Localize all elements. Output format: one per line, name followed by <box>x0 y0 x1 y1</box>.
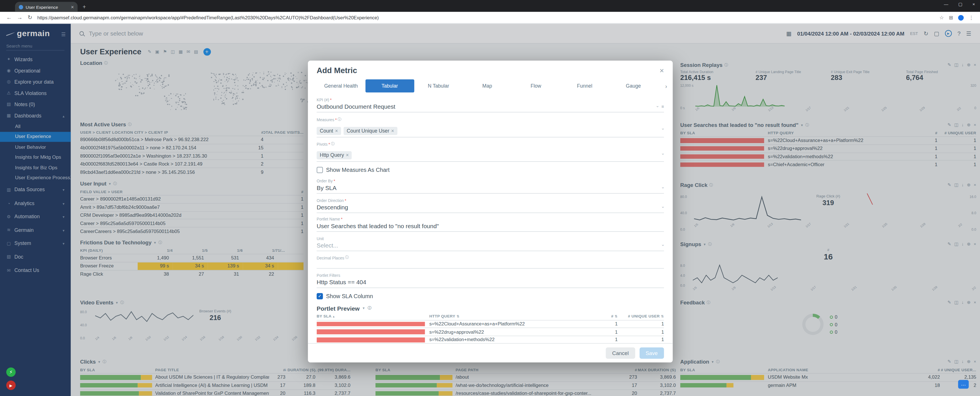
checkbox-label: Show Measures As Chart <box>326 167 390 173</box>
window-minimize-button[interactable]: — <box>944 2 948 7</box>
chevron-down-icon[interactable]: › <box>661 244 665 246</box>
tabs-more-icon[interactable]: › <box>665 83 667 89</box>
column-header[interactable]: HTTP QUERY⇅ <box>429 312 593 320</box>
portlet-name-field[interactable]: Portlet Name* User Searches that leaded … <box>317 217 664 232</box>
chevron-down-icon[interactable]: › <box>661 128 665 130</box>
column-header[interactable]: BY SLA▴ <box>317 312 429 320</box>
measure-chip[interactable]: Count Unique User × <box>344 127 397 135</box>
count-cell: 1 <box>593 328 617 336</box>
modal-close-icon[interactable]: × <box>660 66 664 75</box>
http-query-cell: s=%22validation+methods%22 <box>429 336 593 343</box>
tab-label: N Tabular <box>428 83 449 89</box>
chevron-down-icon[interactable]: › <box>661 153 665 154</box>
tab-label: Flow <box>531 83 541 89</box>
filter-icon[interactable]: ▼ <box>362 306 365 310</box>
chip-remove-icon[interactable]: × <box>335 128 338 133</box>
cancel-button[interactable]: Cancel <box>606 347 635 359</box>
tab-label: Gauge <box>626 83 641 89</box>
chip-remove-icon[interactable]: × <box>391 128 394 133</box>
modal-tab[interactable]: Flow <box>512 79 560 92</box>
window-close-button[interactable]: × <box>972 2 975 7</box>
forward-icon[interactable]: → <box>17 14 22 21</box>
browser-menu-icon[interactable]: ⋮ <box>969 15 974 21</box>
save-button[interactable]: Save <box>639 347 664 359</box>
preview-row[interactable]: s=%22Cloud+Assurance+as+a+Platform%22 1 … <box>317 320 664 328</box>
field-label: Unit <box>317 236 324 240</box>
chip-label: Count <box>320 128 333 133</box>
browser-titlebar: User Experience × + — ▢ × <box>0 0 980 12</box>
field-label: Measures <box>317 117 334 122</box>
bookmark-star-icon[interactable]: ☆ <box>939 15 944 21</box>
reload-icon[interactable]: ↻ <box>28 14 32 21</box>
info-icon: ⓘ <box>331 141 335 147</box>
modal-tab[interactable]: Map <box>463 79 512 92</box>
favicon <box>19 5 23 9</box>
extensions-icon[interactable]: ⊞ <box>949 15 953 21</box>
tab-label: Tabular <box>382 83 398 89</box>
modal-tab[interactable]: General Health <box>317 79 366 92</box>
new-tab-button[interactable]: + <box>83 4 86 10</box>
show-measures-as-chart-checkbox[interactable]: Show Measures As Chart <box>317 167 664 173</box>
measures-field[interactable]: Measures*ⓘ Count × Count Unique User × › <box>317 117 664 137</box>
screenshot-root: User Experience × + — ▢ × ← → ↻ https://… <box>0 0 980 396</box>
sliders-icon[interactable]: ≡ <box>662 105 664 109</box>
show-sla-column-checkbox[interactable]: ✓ Show SLA Column <box>317 293 664 299</box>
germain-eco-button[interactable]: ⚡ <box>6 367 16 377</box>
window-maximize-button[interactable]: ▢ <box>958 2 963 7</box>
portlet-name-value: User Searches that leaded to "no result … <box>317 222 664 229</box>
decimal-places-field[interactable]: Decimal Placesⓘ <box>317 255 664 269</box>
modal-tab[interactable]: Funnel <box>560 79 609 92</box>
modal-title: Add Metric <box>317 66 357 75</box>
preview-row[interactable]: s=%22validation+methods%22 1 1 <box>317 336 664 343</box>
sort-icon: ⇅ <box>661 314 664 318</box>
checkbox-label: Show SLA Column <box>326 293 373 299</box>
count-cell: 1 <box>593 320 617 328</box>
app-window: Type or select below ▦ 01/04/2024 12:00 … <box>0 24 980 396</box>
checkbox-checked[interactable]: ✓ <box>317 293 323 299</box>
sort-asc-icon: ▴ <box>333 314 335 318</box>
back-icon[interactable]: ← <box>6 14 12 21</box>
url-text[interactable]: https://paemsef.cloud.germainapm.com/ger… <box>37 15 934 21</box>
field-label: Portlet Filters <box>317 273 340 277</box>
info-icon: ⓘ <box>345 255 349 261</box>
unique-user-cell: 1 <box>617 336 664 343</box>
chevron-down-icon[interactable]: › <box>661 187 665 188</box>
profile-avatar[interactable] <box>958 15 964 21</box>
info-icon: ⓘ <box>368 305 371 311</box>
measure-chip[interactable]: Count × <box>317 127 341 135</box>
chip-label: Count Unique User <box>347 128 389 133</box>
portlet-preview-title: Portlet Preview <box>317 305 360 312</box>
column-header[interactable]: # UNIQUE USER⇅ <box>617 312 664 320</box>
order-direction-field[interactable]: Order Direction* Descending › <box>317 198 664 213</box>
chip-remove-icon[interactable]: × <box>346 152 349 158</box>
chip-label: Http Query <box>320 152 344 158</box>
unique-user-cell: 1 <box>617 320 664 328</box>
chevron-down-icon[interactable]: › <box>661 206 665 208</box>
unit-field[interactable]: Unit Select... › <box>317 236 664 251</box>
field-label: Order Direction <box>317 198 344 202</box>
kpi-field[interactable]: KPI (#)* Outbound Document Request › ≡ <box>317 98 664 112</box>
modal-tab[interactable]: N Tabular <box>414 79 463 92</box>
http-query-cell: s=%22drug+approval%22 <box>429 328 593 336</box>
chevron-down-icon[interactable]: › <box>655 106 660 107</box>
youtube-button[interactable]: ▶ <box>6 381 16 390</box>
preview-row[interactable]: s=%22drug+approval%22 1 1 <box>317 328 664 336</box>
sla-bar-cell <box>317 320 429 328</box>
portlet-filters-field[interactable]: Portlet Filters Http Status == 404 <box>317 273 664 288</box>
order-direction-value: Descending <box>317 203 660 210</box>
modal-tab[interactable]: Tabular <box>366 79 414 92</box>
browser-tab[interactable]: User Experience × <box>15 2 78 12</box>
pivots-field[interactable]: Pivots*ⓘ Http Query × › <box>317 141 664 162</box>
modal-tab[interactable]: Gauge <box>609 79 658 92</box>
pivot-chip[interactable]: Http Query × <box>317 151 352 160</box>
column-header[interactable]: #⇅ <box>593 312 617 320</box>
tab-close-icon[interactable]: × <box>71 4 74 10</box>
field-label: Pivots <box>317 142 328 146</box>
chat-widget-button[interactable]: … <box>958 380 969 389</box>
kpi-value: Outbound Document Request <box>317 103 654 110</box>
sla-bar-cell <box>317 328 429 336</box>
unique-user-cell: 1 <box>617 328 664 336</box>
order-by-field[interactable]: Order By* By SLA › <box>317 179 664 194</box>
order-by-value: By SLA <box>317 184 660 191</box>
checkbox-unchecked[interactable] <box>317 167 323 173</box>
